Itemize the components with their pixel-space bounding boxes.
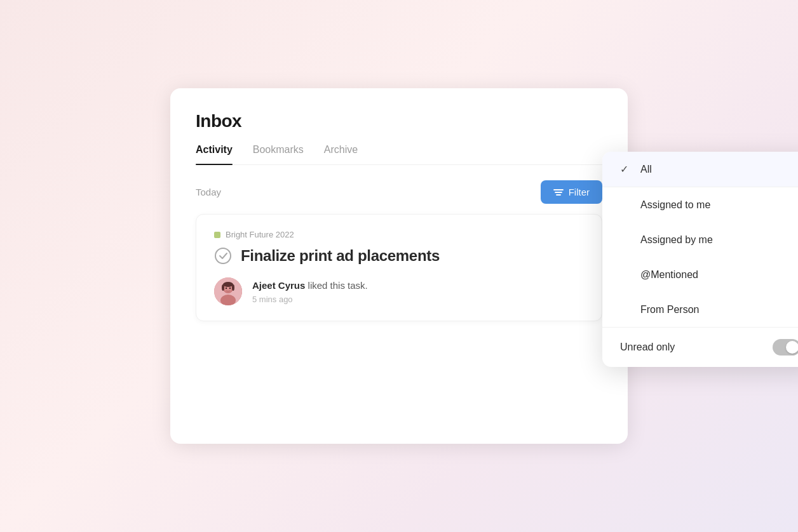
tab-activity[interactable]: Activity xyxy=(196,144,233,164)
task-title: Finalize print ad placements xyxy=(241,247,440,265)
svg-point-12 xyxy=(229,288,231,289)
date-filter-row: Today Filter xyxy=(196,165,602,214)
svg-point-9 xyxy=(222,284,224,291)
project-dot xyxy=(214,232,220,238)
filter-option-mentioned[interactable]: ✓ @Mentioned xyxy=(602,257,798,292)
activity-text-block: Ajeet Cyrus liked this task. 5 mins ago xyxy=(252,279,368,304)
svg-point-11 xyxy=(226,288,227,289)
filter-option-assigned-by-me-label: Assigned by me xyxy=(640,234,713,246)
inbox-title: Inbox xyxy=(196,111,602,131)
activity-time: 5 mins ago xyxy=(252,295,368,304)
inbox-body: Today Filter Bright Future 2022 xyxy=(170,165,628,347)
filter-option-from-person[interactable]: ✓ From Person xyxy=(602,292,798,327)
date-label: Today xyxy=(196,187,221,197)
tab-archive[interactable]: Archive xyxy=(324,144,358,164)
inbox-header: Inbox Activity Bookmarks Archive xyxy=(170,88,628,165)
activity-action: liked this task. xyxy=(308,280,368,291)
filter-option-mentioned-label: @Mentioned xyxy=(640,269,698,281)
filter-option-all-label: All xyxy=(640,164,652,175)
activity-user: Ajeet Cyrus xyxy=(252,280,305,291)
activity-row: Ajeet Cyrus liked this task. 5 mins ago xyxy=(214,277,584,305)
svg-point-8 xyxy=(223,282,233,287)
svg-point-3 xyxy=(215,248,231,263)
filter-option-assigned-by-me[interactable]: ✓ Assigned by me xyxy=(602,222,798,257)
project-tag: Bright Future 2022 xyxy=(214,230,584,239)
svg-point-10 xyxy=(232,284,234,291)
unread-only-label: Unread only xyxy=(620,342,675,353)
project-name: Bright Future 2022 xyxy=(226,230,294,239)
filter-option-from-person-label: From Person xyxy=(640,304,699,316)
activity-card: Bright Future 2022 Finalize print ad pla… xyxy=(196,214,602,321)
filter-button[interactable]: Filter xyxy=(541,180,602,204)
check-mark-icon: ✓ xyxy=(620,163,632,175)
filter-option-assigned-to-me-label: Assigned to me xyxy=(640,199,710,211)
tab-bookmarks[interactable]: Bookmarks xyxy=(253,144,304,164)
activity-description: Ajeet Cyrus liked this task. xyxy=(252,279,368,292)
task-title-row: Finalize print ad placements xyxy=(214,247,584,265)
inbox-card: Inbox Activity Bookmarks Archive Today xyxy=(170,88,628,444)
filter-option-assigned-to-me[interactable]: ✓ Assigned to me xyxy=(602,187,798,222)
avatar xyxy=(214,277,242,305)
unread-only-row: Unread only xyxy=(602,328,798,367)
filter-icon xyxy=(553,187,564,197)
avatar-image xyxy=(214,277,242,305)
task-complete-icon xyxy=(214,247,232,265)
filter-option-all[interactable]: ✓ All xyxy=(602,152,798,187)
filter-button-label: Filter xyxy=(569,187,590,197)
filter-dropdown: ✓ All ✓ Assigned to me ✓ Assigned by me … xyxy=(602,152,798,367)
unread-only-toggle[interactable] xyxy=(773,339,798,356)
tabs-container: Activity Bookmarks Archive xyxy=(196,144,602,165)
